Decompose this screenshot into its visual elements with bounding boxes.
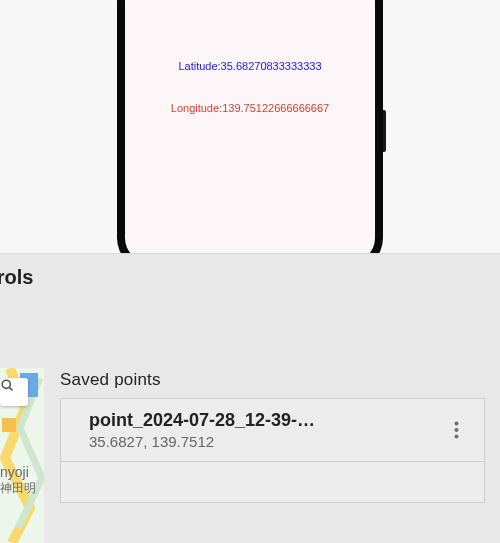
phone-power-button [383, 110, 386, 152]
status-bar: 12:40 [125, 0, 375, 2]
emulator-preview-area: 12:40 [0, 0, 500, 253]
svg-point-10 [2, 380, 10, 388]
longitude-text: Longitude:139.75122666666667 [135, 102, 365, 114]
map-search-button[interactable] [0, 378, 28, 406]
svg-point-13 [454, 435, 458, 439]
saved-points-title: Saved points [60, 370, 500, 390]
kebab-icon [454, 421, 459, 439]
saved-points-list: point_2024-07-28_12-39-… 35.6827, 139.75… [60, 398, 485, 503]
svg-rect-9 [2, 418, 16, 432]
saved-points-section: Saved points point_2024-07-28_12-39-… 35… [60, 370, 500, 503]
phone-screen[interactable]: 12:40 [125, 0, 375, 253]
more-options-button[interactable] [442, 416, 470, 444]
saved-point-name: point_2024-07-28_12-39-… [89, 410, 432, 431]
phone-frame: 12:40 [117, 0, 383, 253]
saved-point-coords: 35.6827, 139.7512 [89, 433, 432, 450]
saved-point-row-empty [61, 462, 484, 502]
saved-point-row[interactable]: point_2024-07-28_12-39-… 35.6827, 139.75… [61, 399, 484, 462]
svg-point-11 [454, 422, 458, 426]
latitude-text: Latitude:35.68270833333333 [135, 60, 365, 72]
svg-point-12 [454, 428, 458, 432]
map-label-2: 神田明 [0, 480, 36, 497]
app-content: Latitude:35.68270833333333 Longitude:139… [125, 18, 375, 114]
panel-title: trols [0, 254, 500, 289]
map-label-1: nyoji [0, 464, 29, 480]
map-preview[interactable]: nyoji 神田明 [0, 368, 44, 543]
